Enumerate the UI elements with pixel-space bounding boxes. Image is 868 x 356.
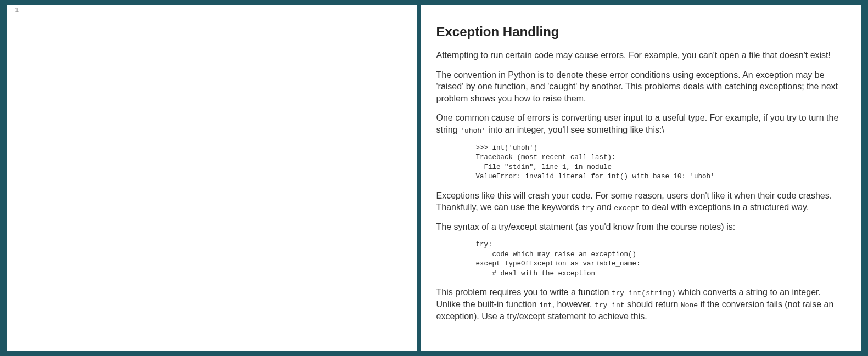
paragraph-5: The syntax of a try/except statment (as …	[436, 221, 847, 233]
line-gutter: 1	[7, 5, 22, 351]
p6-code-int: int	[539, 301, 552, 309]
p6-text-a: This problem requires you to write a fun…	[436, 287, 612, 297]
p3-code: 'uhoh'	[460, 127, 486, 135]
editor-pane: 1	[7, 5, 417, 351]
paragraph-1: Attempting to run certain code may cause…	[436, 49, 847, 61]
paragraph-2: The convention in Python is to denote th…	[436, 69, 847, 105]
paragraph-4: Exceptions like this will crash your cod…	[436, 190, 847, 213]
code-editor[interactable]	[22, 5, 417, 351]
p6-code-tryint: try_int(string)	[612, 289, 676, 297]
code-block-2: try: code_which_may_raise_an_exception()…	[476, 240, 847, 279]
p4-text-c: to deal with exceptions in a structured …	[640, 202, 809, 212]
paragraph-6: This problem requires you to write a fun…	[436, 286, 847, 322]
p4-code-try: try	[581, 204, 594, 212]
p6-text-d: should return	[625, 300, 681, 309]
p6-code-tryint2: try_int	[595, 301, 625, 309]
line-number: 1	[7, 7, 19, 13]
code-block-1: >>> int('uhoh') Traceback (most recent c…	[476, 144, 847, 182]
instructions-pane[interactable]: Exception Handling Attempting to run cer…	[421, 5, 862, 351]
p3-text-b: into an integer, you'll see something li…	[486, 125, 664, 134]
p4-text-b: and	[595, 202, 614, 212]
p4-code-except: except	[614, 204, 640, 212]
main-container: 1 Exception Handling Attempting to run c…	[7, 5, 861, 351]
paragraph-3: One common cause of errors is converting…	[436, 112, 847, 135]
p6-code-none: None	[681, 301, 698, 309]
p6-text-c: , however,	[552, 300, 595, 309]
page-title: Exception Handling	[436, 24, 847, 39]
